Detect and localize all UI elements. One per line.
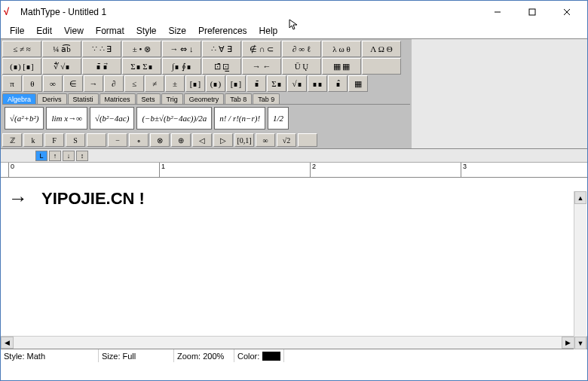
mini-btn-4[interactable]: ↕: [76, 151, 88, 161]
palette-cell[interactable]: ∂ ∞ ℓ: [282, 41, 321, 57]
ruler-tick: 3: [463, 163, 467, 170]
status-zoom-value: 200%: [203, 352, 224, 361]
menu-help[interactable]: Help: [253, 24, 284, 38]
mini-toolbar: L ↑ ↓ ↕: [1, 149, 587, 163]
palette-cell[interactable]: ∎∎: [308, 75, 327, 92]
palette-cell[interactable]: ∵ ∴ ∃: [82, 41, 121, 57]
palette-cell[interactable]: [362, 58, 401, 75]
palette-cell[interactable]: λ ω θ: [322, 41, 361, 57]
maximize-button[interactable]: [515, 1, 550, 23]
palette-cell[interactable]: Ū Ų: [282, 58, 321, 75]
palette-cell[interactable]: Σ∎ Σ∎: [122, 58, 161, 75]
menu-file[interactable]: File: [4, 24, 30, 38]
template-tab[interactable]: Tab 9: [253, 93, 280, 104]
palette-cell[interactable]: ± • ⊗: [122, 41, 161, 57]
palette-cell[interactable]: (∎): [206, 75, 225, 92]
symbol-slot[interactable]: ∘: [129, 133, 149, 147]
template-tab[interactable]: Trig: [161, 93, 183, 104]
mini-btn-3[interactable]: ↓: [63, 151, 75, 161]
symbol-slot[interactable]: ⊗: [150, 133, 170, 147]
palette-cell[interactable]: π: [2, 75, 22, 92]
template-tab[interactable]: Matrices: [100, 93, 136, 104]
palette-cell[interactable]: ∎̄ ∎⃗: [82, 58, 121, 75]
scroll-right-button[interactable]: ▶: [562, 337, 574, 349]
ruler-tick: 0: [11, 163, 14, 170]
minimize-button[interactable]: [480, 1, 515, 23]
palette-cell[interactable]: ∴ ∀ ∃: [202, 41, 241, 57]
palette-cell[interactable]: ∞: [43, 75, 63, 92]
symbol-slot[interactable]: k: [23, 133, 43, 147]
symbol-slot[interactable]: F: [44, 133, 64, 147]
scroll-left-button[interactable]: ◀: [1, 337, 14, 349]
symbol-slot[interactable]: [87, 133, 106, 147]
equation-template[interactable]: √(a²+b²): [5, 107, 44, 130]
symbol-slot[interactable]: ◁: [192, 133, 212, 147]
template-tab[interactable]: Geometry: [184, 93, 225, 104]
menu-preferences[interactable]: Preferences: [192, 24, 253, 38]
equation-template[interactable]: √(b²−4ac): [90, 107, 134, 130]
close-button[interactable]: [550, 1, 584, 23]
svg-rect-1: [529, 9, 535, 15]
template-tab[interactable]: Statisti: [68, 93, 99, 104]
symbol-slot[interactable]: −: [108, 133, 127, 147]
menu-format[interactable]: Format: [90, 24, 130, 38]
symbol-slot[interactable]: ▷: [213, 133, 233, 147]
horizontal-ruler[interactable]: 0 1 2 3: [1, 163, 587, 178]
palette-cell[interactable]: ∜ √∎: [42, 58, 81, 75]
menu-size[interactable]: Size: [163, 24, 192, 38]
palette-cell[interactable]: √∎: [287, 75, 307, 92]
palette-cell[interactable]: ▦ ▦: [322, 58, 361, 75]
scroll-up-button[interactable]: ▲: [574, 191, 586, 204]
status-style-label: Style:: [4, 352, 25, 361]
template-tab[interactable]: Sets: [136, 93, 161, 104]
equation-template[interactable]: (−b±√(b²−4ac))/2a: [136, 107, 212, 130]
symbol-slot[interactable]: [298, 133, 317, 147]
arrow-symbol: →: [8, 187, 28, 210]
template-tab[interactable]: Tab 8: [225, 93, 252, 104]
status-color-swatch[interactable]: [262, 352, 280, 361]
menu-edit[interactable]: Edit: [30, 24, 58, 38]
template-tab[interactable]: Derivs: [37, 93, 67, 104]
palette-cell[interactable]: → ⇔ ↓: [162, 41, 201, 57]
palette-cell[interactable]: → ←: [242, 58, 281, 75]
palette-cell[interactable]: ⊡̄ ⊡̲: [202, 58, 241, 75]
palette-cell[interactable]: →: [84, 75, 103, 92]
palette-cell[interactable]: ∈: [63, 75, 83, 92]
equation-template[interactable]: lim x→∞: [46, 107, 87, 130]
symbol-slot[interactable]: S: [66, 133, 85, 147]
menu-view[interactable]: View: [58, 24, 90, 38]
palette-cell[interactable]: ¼ a͡b: [42, 41, 81, 57]
palette-cell[interactable]: ∎̂: [328, 75, 348, 92]
palette-cell[interactable]: [∎]: [185, 75, 205, 92]
equation-template[interactable]: 1/2: [268, 107, 289, 130]
template-tab[interactable]: Algebra: [2, 93, 36, 104]
palette-cell[interactable]: ∎̄: [247, 75, 266, 92]
symbol-slot[interactable]: ⊕: [171, 133, 191, 147]
palette-cell[interactable]: [∎]: [226, 75, 246, 92]
equation-editor[interactable]: → YIPOJIE.CN !: [1, 178, 587, 336]
symbol-slot[interactable]: [0,1]: [234, 133, 254, 147]
palette-cell[interactable]: Σ∎: [267, 75, 286, 92]
status-size-label: Size:: [102, 352, 120, 361]
symbol-slot[interactable]: √2: [277, 133, 296, 147]
palette-cell[interactable]: ±: [165, 75, 185, 92]
scroll-down-button[interactable]: ▼: [574, 337, 586, 349]
palette-cell[interactable]: ∂: [104, 75, 124, 92]
palette-cell[interactable]: ≠: [145, 75, 164, 92]
equation-template[interactable]: n! / r!(n−r)!: [214, 107, 265, 130]
symbol-slot[interactable]: ℤ: [2, 133, 22, 147]
palette-cell[interactable]: ▦: [348, 75, 368, 92]
horizontal-scrollbar[interactable]: ◀ ▶: [1, 336, 587, 349]
mini-btn-2[interactable]: ↑: [49, 151, 61, 161]
palette-cell[interactable]: ∫∎ ∮∎: [162, 58, 201, 75]
palette-cell[interactable]: ≤ ≠ ≈: [2, 41, 41, 57]
palette-cell[interactable]: θ: [23, 75, 42, 92]
menu-style[interactable]: Style: [130, 24, 163, 38]
palette-cell[interactable]: (∎) [∎]: [2, 58, 41, 75]
palette-cell[interactable]: Λ Ω Θ: [362, 41, 401, 57]
palette-cell[interactable]: ≤: [124, 75, 144, 92]
mini-btn-1[interactable]: L: [35, 151, 47, 161]
palette-cell[interactable]: ∉ ∩ ⊂: [242, 41, 281, 57]
symbol-slot[interactable]: ∞: [256, 133, 275, 147]
vertical-scrollbar[interactable]: ▲ ▼: [574, 191, 586, 349]
